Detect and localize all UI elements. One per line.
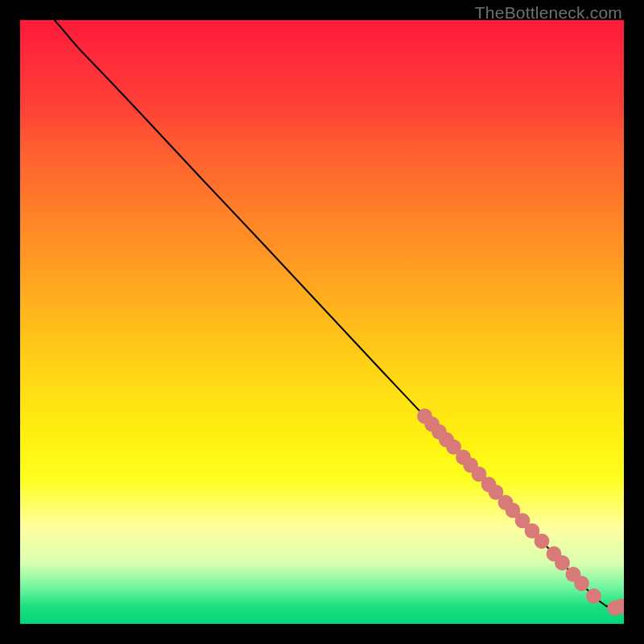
data-marker bbox=[614, 599, 624, 614]
data-marker bbox=[515, 513, 530, 528]
watermark-text: TheBottleneck.com bbox=[475, 3, 622, 23]
data-marker bbox=[472, 467, 487, 482]
chart-curve bbox=[55, 20, 623, 609]
data-marker bbox=[463, 457, 478, 473]
data-marker bbox=[424, 416, 440, 431]
data-marker bbox=[506, 503, 521, 518]
data-marker bbox=[456, 450, 471, 465]
data-marker bbox=[574, 576, 589, 591]
data-marker bbox=[489, 485, 504, 500]
data-marker bbox=[498, 495, 514, 510]
data-marker bbox=[417, 409, 432, 424]
data-marker bbox=[439, 432, 454, 448]
chart-markers bbox=[417, 409, 624, 616]
data-marker bbox=[535, 534, 550, 549]
data-marker bbox=[481, 477, 497, 492]
chart-svg bbox=[20, 20, 624, 624]
data-marker bbox=[446, 440, 461, 455]
chart-plot-area bbox=[20, 20, 624, 624]
data-marker bbox=[566, 567, 581, 582]
data-marker bbox=[431, 424, 447, 440]
data-marker bbox=[547, 547, 562, 562]
data-marker bbox=[525, 523, 540, 539]
data-marker bbox=[607, 601, 622, 616]
data-marker bbox=[586, 588, 601, 604]
data-marker bbox=[555, 555, 570, 571]
